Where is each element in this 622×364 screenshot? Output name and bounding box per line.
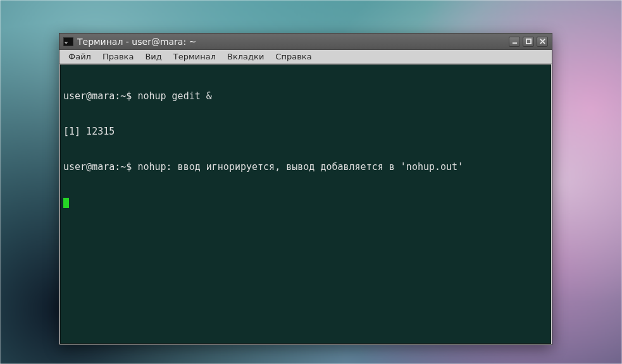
terminal-line: user@mara:~$ nohup: ввод игнорируется, в… [63, 161, 548, 173]
menu-terminal[interactable]: Терминал [168, 51, 221, 63]
maximize-button[interactable] [523, 37, 534, 47]
menu-edit[interactable]: Правка [97, 51, 139, 63]
terminal-line: [1] 12315 [63, 126, 548, 138]
menu-file[interactable]: Файл [63, 51, 96, 63]
terminal-cursor-line [63, 197, 548, 209]
close-button[interactable] [537, 37, 548, 47]
close-icon [540, 39, 545, 44]
minimize-icon [512, 39, 518, 44]
maximize-icon [526, 39, 532, 44]
menu-tabs[interactable]: Вкладки [222, 51, 269, 63]
menu-help[interactable]: Справка [270, 51, 316, 63]
svg-rect-1 [526, 39, 530, 44]
terminal-output-area[interactable]: user@mara:~$ nohup gedit & [1] 12315 use… [60, 64, 551, 344]
window-controls [509, 37, 552, 47]
menu-view[interactable]: Вид [140, 51, 166, 63]
window-title: Терминал - user@mara: ~ [77, 37, 509, 47]
terminal-app-icon [63, 37, 73, 46]
titlebar[interactable]: Терминал - user@mara: ~ [59, 33, 552, 50]
cursor-icon [63, 198, 69, 208]
terminal-line: user@mara:~$ nohup gedit & [63, 90, 548, 102]
minimize-button[interactable] [509, 37, 520, 47]
terminal-window: Терминал - user@mara: ~ Файл Правка Вид … [59, 33, 552, 345]
menubar: Файл Правка Вид Терминал Вкладки Справка [59, 50, 552, 64]
